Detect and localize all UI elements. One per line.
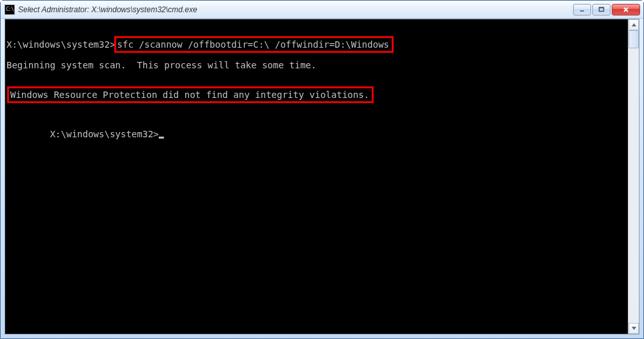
prompt-line-1: X:\windows\system32>sfc /scannow /offboo… (6, 36, 394, 53)
cmd-icon: C:\ (5, 5, 15, 15)
vertical-scrollbar[interactable] (628, 19, 639, 334)
prompt-text: X:\windows\system32> (6, 36, 116, 53)
cmd-icon-text: C:\ (6, 7, 13, 12)
chevron-down-icon (631, 325, 637, 331)
scan-message: Beginning system scan. This process will… (6, 57, 316, 74)
chevron-up-icon (631, 22, 637, 28)
client-area: X:\windows\system32>sfc /scannow /offboo… (5, 19, 639, 334)
prompt-text-2: X:\windows\system32> (50, 129, 159, 139)
cmd-window: C:\ Select Administrator: X:\windows\sys… (0, 0, 644, 339)
window-title: Select Administrator: X:\windows\system3… (18, 5, 573, 14)
scroll-down-button[interactable] (629, 323, 639, 334)
scroll-track[interactable] (629, 30, 639, 323)
titlebar[interactable]: C:\ Select Administrator: X:\windows\sys… (1, 1, 643, 19)
scroll-thumb[interactable] (629, 30, 639, 48)
svg-marker-5 (632, 23, 636, 26)
close-icon (622, 6, 630, 13)
result-message: Windows Resource Protection did not find… (10, 86, 369, 104)
svg-marker-6 (632, 327, 636, 330)
command-highlight: sfc /scannow /offbootdir=C:\ /offwindir=… (114, 36, 394, 53)
window-controls (573, 4, 640, 15)
close-button[interactable] (612, 4, 640, 15)
prompt-line-2: X:\windows\system32> (6, 108, 164, 160)
minimize-button[interactable] (573, 4, 591, 15)
minimize-icon (579, 6, 585, 13)
command-text: sfc /scannow /offbootdir=C:\ /offwindir=… (117, 38, 389, 51)
result-highlight: Windows Resource Protection did not find… (7, 86, 374, 103)
maximize-icon (598, 6, 605, 13)
scroll-up-button[interactable] (629, 19, 639, 30)
maximize-button[interactable] (592, 4, 610, 15)
cursor (159, 137, 164, 139)
console-output[interactable]: X:\windows\system32>sfc /scannow /offboo… (5, 19, 628, 334)
